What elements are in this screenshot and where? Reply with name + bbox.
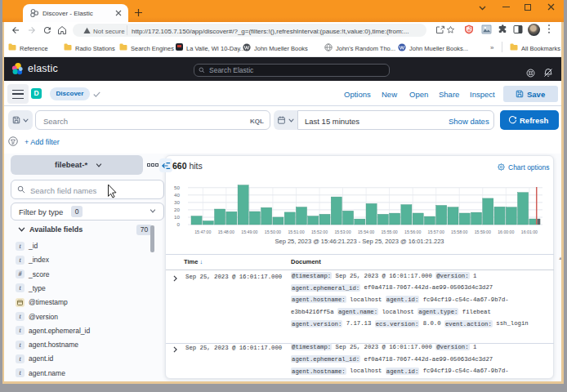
svg-text:15:55:00: 15:55:00 bbox=[381, 229, 397, 234]
svg-text:15:58:00: 15:58:00 bbox=[451, 229, 467, 234]
svg-text:15:59:00: 15:59:00 bbox=[475, 229, 491, 234]
svg-text:15:51:00: 15:51:00 bbox=[288, 229, 304, 234]
svg-text:20: 20 bbox=[174, 207, 180, 212]
svg-text:15:47:00: 15:47:00 bbox=[194, 229, 211, 234]
svg-text:16:01:00: 16:01:00 bbox=[521, 229, 538, 234]
svg-text:15:49:00: 15:49:00 bbox=[241, 229, 257, 234]
svg-text:15:48:00: 15:48:00 bbox=[218, 229, 234, 234]
svg-text:0: 0 bbox=[177, 221, 181, 227]
svg-text:30: 30 bbox=[174, 199, 180, 205]
svg-text:15:57:00: 15:57:00 bbox=[428, 229, 444, 234]
svg-text:40: 40 bbox=[174, 192, 180, 198]
svg-text:16:00:00: 16:00:00 bbox=[498, 229, 514, 234]
svg-text:15:50:00: 15:50:00 bbox=[265, 229, 281, 234]
svg-text:15:54:00: 15:54:00 bbox=[358, 229, 374, 234]
svg-text:50: 50 bbox=[174, 185, 180, 190]
svg-text:15:56:00: 15:56:00 bbox=[404, 229, 421, 234]
svg-text:10: 10 bbox=[174, 214, 180, 220]
svg-text:15:53:00: 15:53:00 bbox=[334, 229, 350, 234]
svg-text:15:52:00: 15:52:00 bbox=[311, 229, 328, 234]
